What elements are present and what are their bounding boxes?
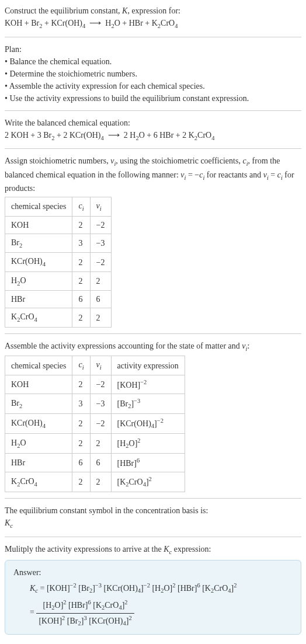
plan-item: • Use the activity expressions to build …: [5, 94, 249, 103]
e: 2: [63, 599, 66, 605]
unbalanced-eq: KOH + Br2 + KCr(OH)4 ⟶ H2O + HBr + K2CrO…: [5, 19, 178, 27]
divider: [5, 110, 301, 111]
var-K: K: [122, 6, 127, 15]
plan-heading: Plan:: [5, 45, 22, 54]
table-row: H2O22: [5, 271, 112, 291]
cell: 6: [90, 454, 111, 472]
divider: [5, 37, 301, 37]
t: CrO: [20, 312, 34, 321]
cell: −3: [90, 394, 111, 413]
K: K: [30, 584, 35, 593]
cell: 2: [72, 308, 90, 328]
t: [H: [43, 601, 51, 610]
cell: K2CrO4: [5, 308, 72, 328]
s: 4: [175, 23, 178, 29]
divider: [5, 537, 301, 537]
cell: [KOH]−2: [111, 375, 185, 394]
problem-statement: Construct the equilibrium constant, K, e…: [5, 5, 301, 31]
numerator: [H2O]2 [HBr]6 [K2CrO4]2: [36, 598, 134, 613]
t: KOH: [11, 221, 29, 229]
t: CrO: [20, 477, 34, 486]
cell: 6: [72, 291, 90, 308]
s: 4: [43, 261, 46, 267]
t: Br: [11, 238, 19, 247]
cell: H2O: [5, 271, 72, 291]
cell: KOH: [5, 216, 72, 234]
t: + KCr(OH): [42, 19, 82, 27]
cell: KCr(OH)4: [5, 253, 72, 272]
kc-section: The equilibrium constant symbol in the c…: [5, 504, 301, 531]
answer-line2: = [H2O]2 [HBr]6 [K2CrO4]2 [KOH]2 [Br2]3 …: [30, 598, 293, 628]
cell: HBr: [5, 291, 72, 308]
eq: =: [30, 608, 36, 617]
table-row: KCr(OH)42−2[KCr(OH)4]−2: [5, 413, 185, 433]
divider: [5, 333, 301, 334]
cell: 2: [72, 434, 90, 454]
t: HBr: [11, 295, 25, 304]
table-row: KOH2−2: [5, 216, 112, 234]
table-row: KCr(OH)42−2: [5, 253, 112, 272]
col-species: chemical species: [5, 197, 72, 217]
t: [HBr]: [178, 584, 197, 593]
t: [KCr(OH): [104, 584, 138, 593]
t: O]: [55, 601, 64, 610]
cell: 2: [90, 472, 111, 492]
cell: [KCr(OH)4]−2: [111, 413, 185, 433]
t: Mulitply the activity expressions to arr…: [5, 545, 164, 554]
cell: 2: [72, 375, 90, 394]
table-row: HBr66: [5, 291, 112, 308]
t: = −: [186, 170, 199, 179]
t: [K: [202, 584, 211, 593]
e: −2: [144, 582, 150, 589]
e: −3: [134, 398, 140, 404]
table-row: Br23−3[Br2]−3: [5, 394, 185, 413]
text: Construct the equilibrium constant,: [5, 6, 122, 15]
cell: −2: [90, 413, 111, 433]
t: [KOH]: [47, 584, 70, 593]
t: CrO: [214, 584, 228, 593]
t: + 2 KCr(OH): [54, 131, 100, 140]
e: −2: [157, 417, 164, 424]
activity-table: chemical species ci νi activity expressi…: [5, 356, 185, 492]
cell: [Br2]−3: [111, 394, 185, 413]
cell: 2: [72, 271, 90, 291]
cell: H2O: [5, 434, 72, 454]
cell: 2: [90, 271, 111, 291]
heading: Write the balanced chemical equation:: [5, 119, 130, 127]
cell: KCr(OH)4: [5, 413, 72, 433]
cell: 2: [90, 308, 111, 328]
cell: −2: [90, 216, 111, 234]
s: 4: [43, 423, 46, 429]
arrow-icon: ⟶: [89, 19, 101, 27]
i: i: [100, 206, 102, 212]
balanced-eq: 2 KOH + 3 Br2 + 2 KCr(OH)4 ⟶ 2 H2O + 6 H…: [5, 131, 214, 140]
text: , expression for:: [127, 6, 180, 15]
e: 3: [84, 615, 86, 621]
t: The equilibrium constant symbol in the c…: [5, 506, 208, 515]
c: c: [10, 523, 13, 529]
cell: [HBr]6: [111, 454, 185, 472]
e: 2: [149, 476, 152, 482]
t: CrO: [105, 601, 119, 610]
s: 4: [34, 481, 37, 488]
i: i: [82, 206, 84, 212]
t: O + 6 HBr + 2 K: [139, 131, 194, 140]
i: i: [100, 364, 102, 371]
t: KOH + Br: [5, 19, 39, 27]
t: H: [11, 276, 17, 285]
t: O: [20, 438, 26, 447]
divider: [5, 148, 301, 149]
col-ci: ci: [72, 356, 90, 375]
t: KOH: [11, 380, 29, 389]
e: 2: [62, 615, 65, 621]
t: O + HBr + K: [114, 19, 158, 27]
t: O]: [129, 439, 138, 448]
table-row: K2CrO422[K2CrO4]2: [5, 472, 185, 492]
cell: 3: [72, 394, 90, 413]
t: [H: [117, 439, 126, 448]
table-row: H2O22[H2O]2: [5, 434, 185, 454]
cell: 2: [72, 216, 90, 234]
K: K: [164, 545, 169, 554]
t: CrO: [197, 131, 211, 140]
s: 2: [19, 242, 22, 249]
